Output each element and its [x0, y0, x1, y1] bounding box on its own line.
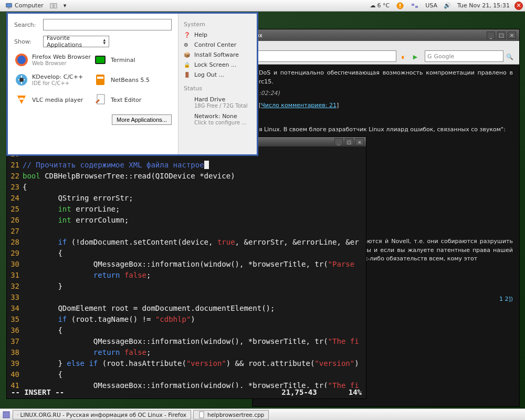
minimize-button[interactable]: _ — [487, 32, 495, 39]
editor-percent: 14% — [349, 388, 362, 398]
close-button[interactable]: ✕ — [508, 32, 516, 39]
comments-link[interactable]: Число комментариев: 21 — [261, 102, 337, 109]
update-applet[interactable] — [394, 2, 406, 10]
network-status[interactable]: Network: None Click to configure ... — [184, 111, 251, 128]
task-label: LINUX.ORG.RU - Русская информация об ОС … — [20, 412, 186, 418]
system-item[interactable]: ⚙Control Center — [184, 40, 251, 50]
code-line: 38 return false; — [7, 347, 366, 358]
task-editor[interactable]: helpbrowsertree.cpp — [193, 410, 269, 419]
harddrive-title: Hard Drive — [194, 96, 251, 103]
task-firefox[interactable]: LINUX.ORG.RU - Русская информация об ОС … — [13, 410, 191, 419]
system-item-label: Install Software — [194, 51, 239, 58]
app-item[interactable]: VLC media player — [14, 92, 93, 107]
volume-icon: 🔊 — [444, 2, 451, 9]
logout-button[interactable]: ✕ — [514, 2, 523, 10]
main-menu: Search: Show: Favorite Applications ▲▼ F… — [6, 12, 258, 156]
network-applet[interactable] — [409, 2, 421, 10]
bottom-panel: LINUX.ORG.RU - Русская информация об ОС … — [0, 408, 525, 420]
system-item[interactable]: 📦Install Software — [184, 50, 251, 60]
line-number: 38 — [7, 347, 23, 358]
line-number: 29 — [7, 248, 23, 259]
line-number: 26 — [7, 215, 23, 226]
weather-applet[interactable]: ☁ 6 °C — [369, 2, 392, 9]
harddrive-status[interactable]: Hard Drive 18G Free / 72G Total — [184, 94, 251, 111]
app-item[interactable]: Terminal — [93, 52, 172, 67]
app-subtitle: Web Browser — [32, 60, 91, 66]
article-text: DoS и потенциально обеспечивающая возмож… — [259, 69, 513, 86]
more-applications-button[interactable]: More Applications... — [112, 114, 172, 125]
app-item[interactable]: KDevelop: C/C++ IDE for C/C++ — [14, 72, 93, 87]
code-line: 28 if (!domDocument.setContent(device, t… — [7, 237, 366, 248]
system-item[interactable]: 🚪Log Out ... — [184, 70, 251, 80]
minimize-button[interactable]: _ — [334, 138, 343, 145]
svg-rect-16 — [97, 94, 104, 104]
line-number: 25 — [7, 204, 23, 215]
status-section-label: Status — [184, 85, 251, 92]
dropdown-button[interactable]: ▾ — [60, 1, 70, 10]
svg-rect-0 — [6, 3, 12, 7]
go-button[interactable]: ▶ — [410, 51, 421, 62]
line-number: 21 — [7, 160, 23, 171]
code-text: bool CDBHelpBrowserTree::read(QIODevice … — [23, 171, 366, 182]
app-title: KDevelop: C/C++ — [32, 74, 83, 80]
volume-applet[interactable]: 🔊 — [442, 2, 453, 9]
article: я Linux. В своем блоге разработчик Linux… — [259, 125, 513, 134]
editor-content[interactable]: 2021// Прочитать содержимое XML файла на… — [7, 146, 366, 393]
line-number: 23 — [7, 182, 23, 193]
code-line: 35 if (root.tagName() != "cdbhlp") — [7, 314, 366, 325]
code-text — [23, 226, 366, 237]
line-number: 27 — [7, 226, 23, 237]
maximize-button[interactable]: □ — [345, 138, 353, 145]
show-desktop-button[interactable] — [2, 411, 10, 419]
quick-launch-button[interactable] — [47, 1, 60, 10]
svg-rect-2 — [50, 3, 53, 8]
close-button[interactable]: ✕ — [355, 138, 364, 145]
search-go-icon[interactable]: 🔍 — [505, 51, 515, 62]
network-icon — [411, 2, 419, 10]
svg-rect-3 — [54, 3, 57, 8]
line-number: 30 — [7, 259, 23, 270]
rss-icon[interactable]: ∎ — [397, 51, 408, 62]
code-text: QMessageBox::information(window(), *brow… — [23, 336, 366, 347]
task-label: helpbrowsertree.cpp — [207, 412, 264, 418]
computer-menu-button[interactable]: Computer — [2, 1, 47, 10]
system-item-icon: 🔒 — [184, 62, 191, 68]
network-sub: Click to configure ... — [194, 120, 251, 125]
system-item-label: Help — [194, 32, 207, 38]
maximize-button[interactable]: □ — [497, 32, 506, 39]
url-input[interactable] — [256, 50, 396, 62]
code-line: 37 QMessageBox::information(window(), *b… — [7, 336, 366, 347]
app-icon — [14, 52, 29, 67]
update-icon — [396, 2, 404, 10]
clock-text: Tue Nov 21, 15:31 — [457, 2, 510, 9]
system-item[interactable]: 🔒Lock Screen ... — [184, 60, 251, 70]
svg-rect-13 — [96, 75, 104, 85]
code-text: return false; — [23, 347, 366, 358]
svg-rect-14 — [97, 77, 103, 79]
svg-point-8 — [17, 56, 26, 64]
system-section-label: System — [184, 21, 251, 28]
line-number: 24 — [7, 193, 23, 204]
browser-titlebar[interactable]: ox _ □ ✕ — [253, 29, 519, 41]
google-icon: G — [427, 53, 432, 60]
search-input[interactable]: G Google — [425, 50, 503, 62]
svg-point-12 — [19, 78, 24, 82]
app-item[interactable]: Firefox Web Browser Web Browser — [14, 52, 93, 67]
line-number: 28 — [7, 237, 23, 248]
keyboard-applet[interactable]: USA — [424, 2, 439, 9]
app-title: VLC media player — [32, 97, 83, 103]
clock-applet[interactable]: Tue Nov 21, 15:31 — [456, 2, 511, 9]
line-number: 34 — [7, 303, 23, 314]
app-item[interactable]: NetBeans 5.5 — [93, 72, 172, 87]
line-number: 40 — [7, 369, 23, 380]
code-line: 39 } else if (root.hasAttribute("version… — [7, 358, 366, 369]
code-line: 22bool CDBHelpBrowserTree::read(QIODevic… — [7, 171, 366, 182]
code-text: } — [23, 281, 366, 292]
app-item[interactable]: Text Editor — [93, 92, 172, 107]
computer-icon — [5, 2, 13, 9]
menu-search-input[interactable] — [43, 19, 172, 30]
system-item[interactable]: ❓Help — [184, 30, 251, 40]
app-icon — [93, 92, 108, 107]
show-combo[interactable]: Favorite Applications ▲▼ — [43, 36, 109, 47]
code-text: } else if (root.hasAttribute("version") … — [23, 358, 366, 369]
